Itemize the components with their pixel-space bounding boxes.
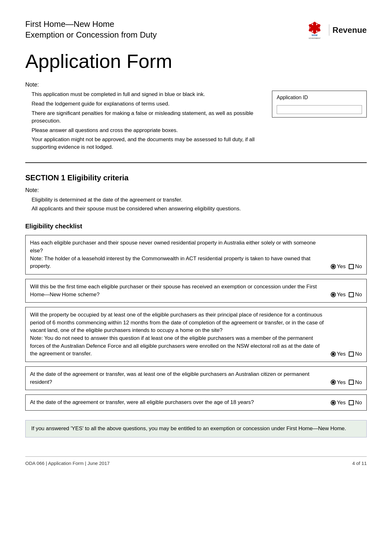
eligibility-checklist: Eligibility checklist Has each eligible … xyxy=(25,222,367,411)
revenue-label: Revenue xyxy=(329,24,367,36)
yes-label-2: Yes xyxy=(337,291,346,298)
logo-area: NSW GOVERNMENT Revenue xyxy=(304,19,367,41)
yes-option-3[interactable]: Yes xyxy=(331,350,346,358)
yes-radio-2[interactable] xyxy=(331,292,336,297)
checklist-item-2: Will this be the first time each eligibl… xyxy=(25,279,367,303)
header-title: First Home—New Home Exemption or Concess… xyxy=(25,19,157,40)
svg-point-8 xyxy=(312,26,316,30)
yes-radio-3[interactable] xyxy=(331,352,336,357)
no-option-4[interactable]: No xyxy=(349,379,362,386)
answered-note: If you answered 'YES' to all the above q… xyxy=(25,420,367,437)
note-item-3: There are significant penalties for maki… xyxy=(25,110,259,125)
note-item-2: Read the lodgement guide for explanation… xyxy=(25,100,259,108)
no-option-3[interactable]: No xyxy=(349,350,362,358)
yes-radio-5[interactable] xyxy=(331,400,336,405)
checklist-heading: Eligibility checklist xyxy=(25,222,367,231)
no-option-2[interactable]: No xyxy=(349,291,362,298)
checklist-item-3: Will the property be occupied by at leas… xyxy=(25,307,367,362)
application-id-box: Application ID xyxy=(272,91,367,117)
footer-right: 4 of 11 xyxy=(352,460,367,467)
checklist-text-5: At the date of the agreement or transfer… xyxy=(30,399,331,406)
yes-option-1[interactable]: Yes xyxy=(331,263,346,270)
checklist-options-5: Yes No xyxy=(331,399,362,406)
checklist-item-1: Has each eligible purchaser and their sp… xyxy=(25,235,367,274)
application-id-label: Application ID xyxy=(277,94,362,101)
yes-label-4: Yes xyxy=(337,379,346,386)
yes-option-4[interactable]: Yes xyxy=(331,379,346,386)
note-content: This application must be completed in fu… xyxy=(25,91,367,153)
section1-heading: SECTION 1 Eligibility criteria xyxy=(25,172,367,183)
note-item-4: Please answer all questions and cross th… xyxy=(25,127,259,134)
yes-label-3: Yes xyxy=(337,350,346,358)
checklist-text-3: Will the property be occupied by at leas… xyxy=(30,311,331,358)
no-label-4: No xyxy=(355,379,362,386)
no-label-1: No xyxy=(355,263,362,270)
page-footer: ODA 066 | Application Form | June 2017 4… xyxy=(25,456,367,467)
no-checkbox-2[interactable] xyxy=(349,292,354,297)
page-header: First Home—New Home Exemption or Concess… xyxy=(25,19,367,41)
yes-option-5[interactable]: Yes xyxy=(331,399,346,406)
section1: SECTION 1 Eligibility criteria Note: Eli… xyxy=(25,172,367,212)
header-titles: First Home—New Home Exemption or Concess… xyxy=(25,19,157,40)
no-checkbox-4[interactable] xyxy=(349,380,354,385)
section1-notes: Note: Eligibility is determined at the d… xyxy=(25,186,367,213)
checklist-item-4: At the date of the agreement or transfer… xyxy=(25,366,367,390)
section1-note-item-2: All applicants and their spouse must be … xyxy=(25,205,367,213)
no-checkbox-3[interactable] xyxy=(349,352,354,357)
note-section: Note: This application must be completed… xyxy=(25,81,367,153)
note-list: This application must be completed in fu… xyxy=(25,91,259,153)
no-option-5[interactable]: No xyxy=(349,399,362,406)
no-label-2: No xyxy=(355,291,362,298)
checklist-options-1: Yes No xyxy=(331,263,362,270)
nsw-logo: NSW GOVERNMENT xyxy=(304,19,326,41)
no-label-5: No xyxy=(355,399,362,406)
yes-option-2[interactable]: Yes xyxy=(331,291,346,298)
yes-label-5: Yes xyxy=(337,399,346,406)
application-id-field[interactable] xyxy=(277,105,362,114)
footer-left: ODA 066 | Application Form | June 2017 xyxy=(25,460,110,467)
note-item-5: Your application might not be approved, … xyxy=(25,136,259,151)
svg-text:NSW: NSW xyxy=(311,34,317,37)
checklist-item-5: At the date of the agreement or transfer… xyxy=(25,394,367,411)
section-divider xyxy=(25,162,367,163)
section1-note-item-1: Eligibility is determined at the date of… xyxy=(25,196,367,204)
checklist-options-2: Yes No xyxy=(331,291,362,298)
no-checkbox-5[interactable] xyxy=(349,400,354,405)
checklist-options-3: Yes No xyxy=(331,350,362,358)
page-main-title: Application Form xyxy=(25,51,367,72)
yes-radio-4[interactable] xyxy=(331,380,336,385)
svg-text:GOVERNMENT: GOVERNMENT xyxy=(309,37,321,39)
no-option-1[interactable]: No xyxy=(349,263,362,270)
checklist-text-4: At the date of the agreement or transfer… xyxy=(30,370,331,386)
yes-label-1: Yes xyxy=(337,263,346,270)
checklist-options-4: Yes No xyxy=(331,379,362,386)
checklist-text-1: Has each eligible purchaser and their sp… xyxy=(30,239,331,270)
no-checkbox-1[interactable] xyxy=(349,264,354,269)
no-label-3: No xyxy=(355,350,362,358)
checklist-text-2: Will this be the first time each eligibl… xyxy=(30,283,331,298)
section1-note-label: Note: xyxy=(25,186,367,194)
yes-radio-1[interactable] xyxy=(331,264,336,269)
note-item-1: This application must be completed in fu… xyxy=(25,91,259,98)
note-label: Note: xyxy=(25,81,367,89)
